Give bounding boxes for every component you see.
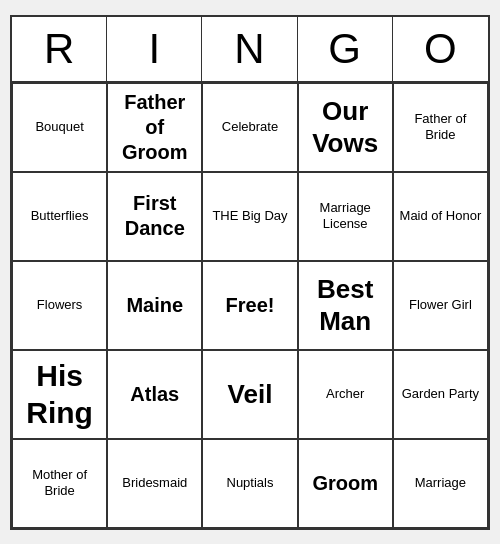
- header-letter-G: G: [298, 17, 393, 81]
- cell-1: Father of Groom: [107, 83, 202, 172]
- cell-16: Atlas: [107, 350, 202, 439]
- cell-11: Maine: [107, 261, 202, 350]
- cell-20: Mother of Bride: [12, 439, 107, 528]
- header-letter-R: R: [12, 17, 107, 81]
- cell-10: Flowers: [12, 261, 107, 350]
- cell-0: Bouquet: [12, 83, 107, 172]
- bingo-header: RINGO: [12, 17, 488, 83]
- cell-15: His Ring: [12, 350, 107, 439]
- cell-22: Nuptials: [202, 439, 297, 528]
- cell-2: Celebrate: [202, 83, 297, 172]
- cell-18: Archer: [298, 350, 393, 439]
- bingo-card: RINGO BouquetFather of GroomCelebrateOur…: [10, 15, 490, 530]
- cell-6: First Dance: [107, 172, 202, 261]
- cell-24: Marriage: [393, 439, 488, 528]
- cell-4: Father of Bride: [393, 83, 488, 172]
- cell-13: Best Man: [298, 261, 393, 350]
- cell-8: Marriage License: [298, 172, 393, 261]
- cell-7: THE Big Day: [202, 172, 297, 261]
- cell-14: Flower Girl: [393, 261, 488, 350]
- header-letter-O: O: [393, 17, 488, 81]
- cell-23: Groom: [298, 439, 393, 528]
- cell-5: Butterflies: [12, 172, 107, 261]
- cell-3: Our Vows: [298, 83, 393, 172]
- cell-21: Bridesmaid: [107, 439, 202, 528]
- header-letter-N: N: [202, 17, 297, 81]
- bingo-grid: BouquetFather of GroomCelebrateOur VowsF…: [12, 83, 488, 528]
- cell-9: Maid of Honor: [393, 172, 488, 261]
- cell-17: Veil: [202, 350, 297, 439]
- cell-19: Garden Party: [393, 350, 488, 439]
- header-letter-I: I: [107, 17, 202, 81]
- cell-12: Free!: [202, 261, 297, 350]
